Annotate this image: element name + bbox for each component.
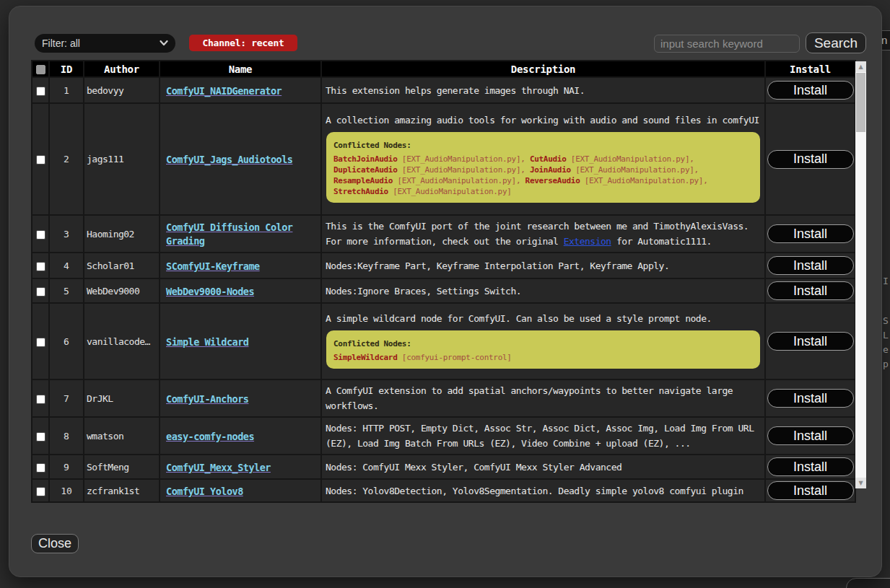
install-button[interactable]: Install [767, 481, 854, 500]
table-row: 7 DrJKL ComfyUI-Anchors A ComfyUI extens… [32, 379, 855, 417]
install-custom-nodes-dialog: Filter: all Channel: recent Search ID Au… [9, 6, 882, 577]
table-row: 5 WebDev9000 WebDev9000-Nodes Nodes:Igno… [32, 278, 855, 303]
scroll-up-button[interactable]: ▲ [855, 61, 866, 72]
background-menu-fragment: e [883, 344, 889, 355]
row-description: Nodes: ComfyUI Mexx Styler, ComfyUI Mexx… [321, 455, 765, 479]
extension-name-link[interactable]: ComfyUI_NAIDGenerator [166, 85, 282, 97]
extension-link[interactable]: Extension [564, 236, 611, 247]
row-description: Nodes:Keyframe Part, Keyframe Interpolat… [321, 253, 765, 278]
extensions-table: ID Author Name Description Install 1 bed… [31, 60, 856, 503]
row-author: WebDev9000 [84, 278, 160, 303]
row-author: SoftMeng [84, 455, 160, 479]
background-menu-fragment: p [883, 359, 889, 369]
channel-badge: Channel: recent [189, 35, 297, 51]
header-id: ID [49, 61, 84, 77]
table-row: 4 Scholar01 SComfyUI-Keyframe Nodes:Keyf… [32, 253, 855, 278]
install-button[interactable]: Install [767, 224, 854, 243]
row-checkbox[interactable] [36, 262, 45, 271]
row-author: zcfrank1st [84, 479, 160, 502]
extension-name-link[interactable]: SComfyUI-Keyframe [166, 260, 260, 272]
row-id: 7 [49, 379, 84, 417]
row-checkbox[interactable] [36, 87, 45, 96]
row-author: DrJKL [84, 379, 160, 417]
install-button[interactable]: Install [767, 150, 854, 169]
row-id: 1 [49, 77, 84, 103]
row-id: 10 [49, 479, 84, 502]
scroll-up-icon: ▲ [858, 63, 863, 70]
row-description: Nodes: Yolov8Detection, Yolov8Segmentati… [321, 479, 765, 502]
row-checkbox[interactable] [36, 230, 45, 240]
table-row: 6 vanillacode… Simple Wildcard A simple … [32, 303, 855, 379]
conflicted-nodes-box: Conflicted Nodes: SimpleWildcard [comfyu… [326, 330, 760, 369]
row-description: This is the ComfyUI port of the joint re… [321, 215, 765, 253]
header-name: Name [160, 61, 321, 77]
row-checkbox[interactable] [36, 155, 45, 164]
install-button[interactable]: Install [767, 457, 854, 476]
row-description: Nodes:Ignore Braces, Settings Switch. [321, 278, 765, 303]
extension-name-link[interactable]: ComfyUI Yolov8 [166, 486, 243, 497]
row-author: jags111 [84, 103, 160, 215]
row-checkbox[interactable] [36, 463, 45, 473]
row-id: 6 [49, 303, 84, 379]
scroll-down-icon: ▼ [858, 480, 863, 486]
row-checkbox[interactable] [36, 395, 45, 404]
extension-name-link[interactable]: WebDev9000-Nodes [166, 286, 254, 297]
row-checkbox[interactable] [36, 287, 45, 297]
header-description: Description [321, 61, 765, 77]
background-pill-fragment [846, 578, 890, 588]
row-author: Haoming02 [84, 215, 160, 253]
background-menu-fragment: I [883, 276, 889, 286]
scrollbar-thumb[interactable] [856, 73, 865, 132]
extension-name-link[interactable]: Simple Wildcard [166, 336, 248, 348]
header-install: Install [765, 61, 855, 77]
table-row: 2 jags111 ComfyUI_Jags_Audiotools A coll… [32, 103, 855, 215]
row-description: Nodes: HTTP POST, Empty Dict, Assoc Str,… [321, 417, 765, 455]
table-row: 9 SoftMeng ComfyUI_Mexx_Styler Nodes: Co… [32, 455, 855, 479]
row-id: 8 [49, 417, 84, 455]
conflicted-nodes-box: Conflicted Nodes: BatchJoinAudio [EXT_Au… [326, 132, 760, 203]
filter-select[interactable]: Filter: all [35, 34, 175, 53]
row-author: Scholar01 [84, 253, 160, 278]
install-button[interactable]: Install [767, 389, 854, 408]
table-row: 10 zcfrank1st ComfyUI Yolov8 Nodes: Yolo… [32, 479, 855, 502]
install-button[interactable]: Install [767, 426, 854, 445]
row-id: 2 [49, 103, 84, 215]
row-description: A ComfyUI extension to add spatial ancho… [321, 379, 765, 417]
conflict-title: Conflicted Nodes: [333, 336, 753, 351]
chevron-down-icon [160, 40, 168, 46]
scroll-down-button[interactable]: ▼ [855, 478, 866, 488]
conflict-title: Conflicted Nodes: [333, 138, 753, 153]
search-input[interactable] [654, 35, 800, 53]
search-button[interactable]: Search [806, 32, 866, 53]
row-id: 4 [49, 253, 84, 278]
row-checkbox[interactable] [36, 338, 45, 347]
install-button[interactable]: Install [767, 332, 854, 351]
row-id: 5 [49, 278, 84, 303]
row-id: 3 [49, 215, 84, 253]
extension-name-link[interactable]: ComfyUI Diffusion Color Grading [166, 221, 292, 247]
table-row: 8 wmatson easy-comfy-nodes Nodes: HTTP P… [32, 417, 855, 455]
background-menu-fragment: L [883, 330, 889, 341]
row-checkbox[interactable] [36, 487, 45, 496]
row-id: 9 [49, 455, 84, 479]
extension-name-link[interactable]: ComfyUI_Mexx_Styler [166, 462, 271, 473]
install-button[interactable]: Install [767, 81, 854, 100]
row-description: This extension helps generate images thr… [321, 77, 765, 103]
extension-name-link[interactable]: ComfyUI-Anchors [166, 393, 248, 405]
row-author: wmatson [84, 417, 160, 455]
row-author: bedovyy [84, 77, 160, 103]
filter-select-value: Filter: all [42, 38, 80, 49]
header-author: Author [84, 61, 160, 77]
install-button[interactable]: Install [767, 256, 854, 275]
background-menu-fragment: S [883, 315, 889, 326]
row-description: A collection amazing audio tools for wor… [321, 103, 765, 215]
row-checkbox[interactable] [36, 432, 45, 442]
row-description: A simple wildcard node for ComfyUI. Can … [321, 303, 765, 379]
table-row: 3 Haoming02 ComfyUI Diffusion Color Grad… [32, 215, 855, 253]
select-all-checkbox[interactable] [36, 65, 45, 74]
table-scrollbar[interactable]: ▲ ▼ [855, 61, 866, 488]
install-button[interactable]: Install [767, 281, 854, 300]
extension-name-link[interactable]: easy-comfy-nodes [166, 431, 254, 442]
extension-name-link[interactable]: ComfyUI_Jags_Audiotools [166, 154, 292, 165]
close-button[interactable]: Close [31, 534, 79, 553]
